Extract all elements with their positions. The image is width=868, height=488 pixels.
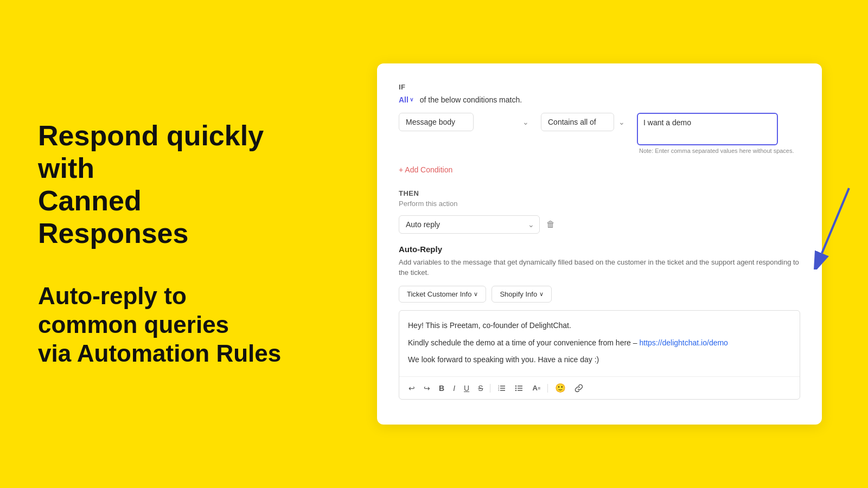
message-line3: We look forward to speaking with you. Ha… <box>408 354 791 367</box>
ticket-customer-info-button[interactable]: Ticket Customer Info ∨ <box>399 286 486 303</box>
redo-button[interactable]: ↪ <box>421 382 433 394</box>
emoji-button[interactable]: 🙂 <box>552 381 569 395</box>
condition-row: All ∨ of the below conditions match. <box>399 95 800 104</box>
if-label: IF <box>399 83 800 91</box>
action-row: Auto reply 🗑 <box>399 215 800 234</box>
auto-reply-section: Auto-Reply Add variables to the message … <box>399 245 800 400</box>
message-body[interactable]: Hey! This is Preetam, co-founder of Deli… <box>399 311 800 376</box>
svg-text:3.: 3. <box>498 389 500 391</box>
perform-label: Perform this action <box>399 200 800 208</box>
delete-action-icon[interactable]: 🗑 <box>546 220 555 229</box>
then-label: THEN <box>399 189 800 197</box>
main-title: Respond quickly with Canned Responses <box>38 120 298 249</box>
then-section: THEN Perform this action <box>399 189 800 208</box>
undo-button[interactable]: ↩ <box>406 382 418 394</box>
contains-dropdown[interactable]: Contains all of <box>541 113 614 131</box>
automation-card: IF All ∨ of the below conditions match. … <box>377 63 822 425</box>
auto-reply-desc: Add variables to the message that get dy… <box>399 257 800 278</box>
toolbar-separator-1 <box>490 384 490 393</box>
card-container: IF All ∨ of the below conditions match. … <box>377 63 822 425</box>
chevron-down-icon: ∨ <box>410 97 413 102</box>
svg-point-10 <box>515 387 516 388</box>
svg-point-11 <box>515 389 516 390</box>
font-size-button[interactable]: A≡ <box>529 382 543 394</box>
toolbar-separator-2 <box>547 384 548 393</box>
message-body-dropdown-wrapper: Message body <box>399 113 534 131</box>
unordered-list-button[interactable] <box>512 382 526 394</box>
message-line1: Hey! This is Preetam, co-founder of Deli… <box>408 319 791 332</box>
variable-buttons: Ticket Customer Info ∨ Shopify Info ∨ <box>399 286 800 303</box>
svg-line-13 <box>822 188 849 253</box>
message-editor: Hey! This is Preetam, co-founder of Deli… <box>399 310 800 400</box>
ordered-list-button[interactable]: 1.2.3. <box>495 382 509 394</box>
message-line2: Kindly schedule the demo at a time of yo… <box>408 337 791 350</box>
text-input-wrapper: Note: Enter comma separated values here … <box>637 113 796 155</box>
right-panel: IF All ∨ of the below conditions match. … <box>336 0 868 488</box>
shopify-info-button[interactable]: Shopify Info ∨ <box>492 286 552 303</box>
italic-button[interactable]: I <box>450 382 458 394</box>
auto-reply-title: Auto-Reply <box>399 245 800 254</box>
link-button[interactable] <box>572 382 586 394</box>
bold-button[interactable]: B <box>436 382 447 394</box>
message-body-dropdown[interactable]: Message body <box>399 113 474 131</box>
chevron-down-icon: ∨ <box>474 291 478 298</box>
all-link[interactable]: All ∨ <box>399 95 413 104</box>
chevron-down-icon: ∨ <box>539 291 544 298</box>
action-dropdown-wrapper: Auto reply <box>399 215 540 234</box>
contains-dropdown-wrapper: Contains all of <box>541 113 630 131</box>
left-panel: Respond quickly with Canned Responses Au… <box>0 87 336 401</box>
action-dropdown[interactable]: Auto reply <box>399 215 540 234</box>
demo-link[interactable]: https://delightchat.io/demo <box>639 338 727 347</box>
sub-title: Auto-reply to common queries via Automat… <box>38 282 298 368</box>
dropdowns-row: Message body Contains all of Note: Enter… <box>399 113 800 155</box>
condition-value-input[interactable] <box>637 113 778 145</box>
input-note: Note: Enter comma separated values here … <box>637 146 796 155</box>
editor-toolbar: ↩ ↪ B I U S 1.2.3. A≡ <box>399 376 800 399</box>
underline-button[interactable]: U <box>461 382 472 394</box>
strikethrough-button[interactable]: S <box>475 382 486 394</box>
svg-point-9 <box>515 385 516 386</box>
add-condition-button[interactable]: + Add Condition <box>399 165 452 174</box>
